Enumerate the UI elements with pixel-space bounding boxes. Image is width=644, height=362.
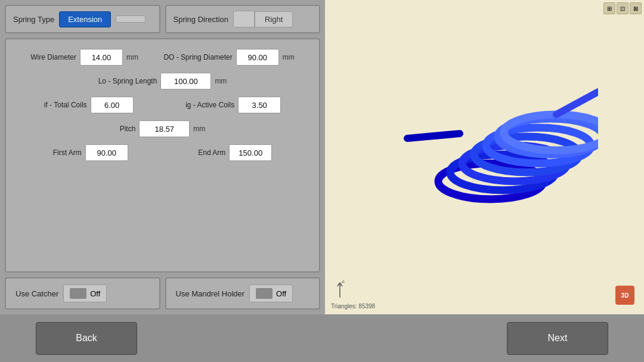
catcher-label: Use Catcher	[16, 289, 58, 298]
direction-toggle: Right	[233, 11, 293, 27]
pitch-unit: mm	[193, 125, 205, 133]
if-total-label: if - Total Coils	[44, 101, 87, 109]
pitch-label: Pitch	[120, 125, 136, 133]
spring-3d-view	[371, 50, 598, 265]
footer: Back Next	[0, 314, 644, 362]
first-arm-label: First Arm	[53, 148, 82, 157]
catcher-toggle[interactable]: Off	[63, 284, 107, 302]
pitch-input[interactable]	[139, 120, 190, 137]
use-mandrel-box: Use Mandrel Holder Off	[165, 277, 321, 310]
triangles-info: Triangles: 85398	[331, 303, 375, 310]
spring-type-box: Spring Type Extension	[5, 5, 160, 33]
wire-diameter-item: Wire Diameter mm	[30, 49, 138, 66]
svg-line-8	[556, 92, 598, 115]
mandrel-knob	[256, 288, 273, 299]
if-total-item: if - Total Coils	[44, 97, 134, 113]
first-arm-input[interactable]	[85, 144, 128, 161]
param-row-1: Wire Diameter mm DO - Spring Diameter mm	[18, 49, 307, 66]
wire-diameter-input[interactable]	[80, 49, 123, 66]
spring-direction-label: Spring Direction	[174, 15, 229, 24]
direction-right-button[interactable]: Right	[255, 11, 293, 27]
param-row-3: if - Total Coils ig - Active Coils	[18, 97, 307, 113]
toolbar-icon-2[interactable]: ⊡	[617, 2, 628, 14]
if-total-input[interactable]	[91, 97, 134, 113]
pitch-item: Pitch mm	[120, 120, 206, 137]
do-spring-label: DO - Spring Diameter	[163, 53, 232, 61]
ig-active-label: ig - Active Coils	[185, 101, 234, 109]
toolbar-icons: ⊞ ⊡ ⊠	[603, 2, 642, 14]
view-cube[interactable]: 3D	[614, 284, 636, 306]
spring-type-label: Spring Type	[13, 15, 54, 24]
ig-active-input[interactable]	[238, 97, 281, 113]
end-arm-input[interactable]	[229, 144, 272, 161]
back-button[interactable]: Back	[36, 322, 137, 355]
do-spring-item: DO - Spring Diameter mm	[163, 49, 294, 66]
mandrel-toggle[interactable]: Off	[249, 284, 293, 302]
param-row-2: Lo - Spring Length mm	[18, 73, 307, 89]
mandrel-label: Use Mandrel Holder	[176, 289, 245, 298]
end-arm-item: End Arm	[198, 144, 272, 161]
lo-spring-item: Lo - Spring Length mm	[98, 73, 227, 89]
end-arm-label: End Arm	[198, 148, 225, 157]
axis-indicator: Z	[331, 280, 349, 302]
lo-spring-input[interactable]	[160, 73, 211, 89]
first-arm-item: First Arm	[53, 144, 128, 161]
toolbar-icon-1[interactable]: ⊞	[603, 2, 615, 14]
bottom-toggles: Use Catcher Off Use Mandrel Holder Off	[5, 277, 320, 310]
viewport[interactable]: ⊞ ⊡ ⊠	[325, 0, 644, 314]
params-box: Wire Diameter mm DO - Spring Diameter mm…	[5, 38, 320, 273]
lo-spring-unit: mm	[215, 77, 227, 85]
svg-line-0	[407, 134, 460, 138]
toolbar-icon-3[interactable]: ⊠	[630, 2, 642, 14]
use-catcher-box: Use Catcher Off	[5, 277, 160, 310]
catcher-state: Off	[90, 289, 100, 298]
next-button[interactable]: Next	[507, 322, 608, 355]
lo-spring-label: Lo - Spring Length	[98, 77, 157, 85]
top-controls: Spring Type Extension Spring Direction R…	[5, 5, 320, 33]
ig-active-item: ig - Active Coils	[185, 97, 281, 113]
wire-diameter-label: Wire Diameter	[30, 53, 76, 61]
wire-diameter-unit: mm	[126, 53, 138, 61]
do-spring-unit: mm	[283, 53, 295, 61]
param-row-4: Pitch mm	[18, 120, 307, 137]
extension-button[interactable]: Extension	[59, 11, 111, 27]
do-spring-input[interactable]	[236, 49, 279, 66]
param-row-5: First Arm End Arm	[18, 144, 307, 161]
direction-left-button[interactable]	[233, 11, 255, 27]
catcher-knob	[70, 288, 86, 299]
mandrel-state: Off	[276, 289, 286, 298]
left-panel: Spring Type Extension Spring Direction R…	[0, 0, 325, 314]
spring-direction-box: Spring Direction Right	[165, 5, 321, 33]
svg-text:3D: 3D	[621, 292, 629, 299]
compression-button[interactable]	[116, 16, 145, 23]
z-axis-label: Z	[342, 280, 345, 284]
